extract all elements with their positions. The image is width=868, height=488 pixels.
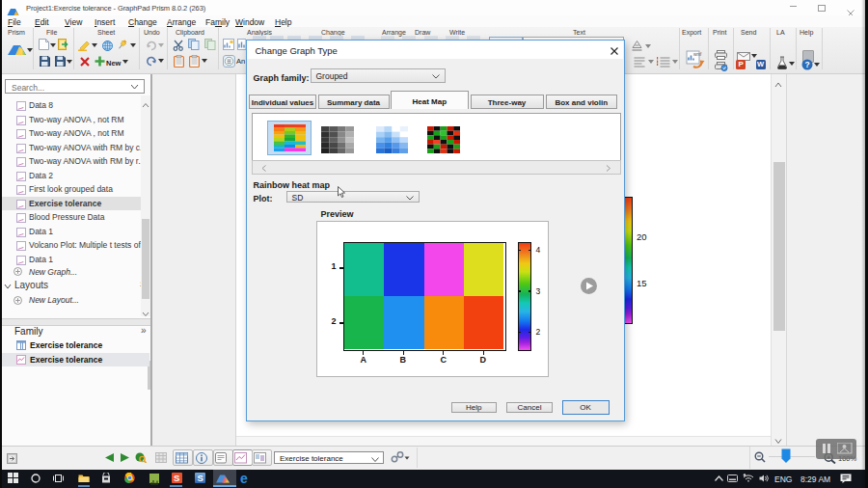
svg-text:?: ?	[805, 60, 810, 69]
svg-text:wmf: wmf	[693, 52, 702, 57]
